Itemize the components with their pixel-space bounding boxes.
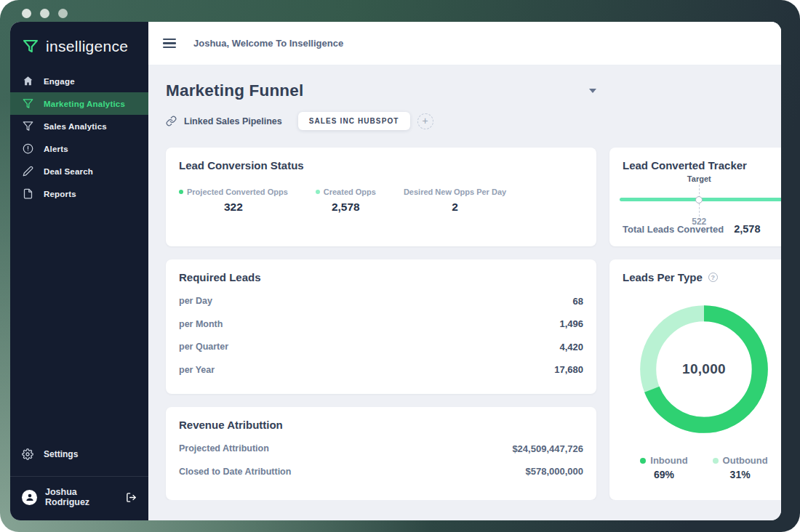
hamburger-menu-icon[interactable] <box>163 39 176 48</box>
sidebar-item-alerts[interactable]: Alerts <box>10 137 148 160</box>
table-row: per Month 1,496 <box>179 318 583 329</box>
alert-circle-icon <box>22 143 33 155</box>
sidebar-item-sales-analytics[interactable]: Sales Analytics <box>10 115 148 137</box>
main-area: Joshua, Welcome To Inselligence Marketin… <box>148 22 781 520</box>
page-title: Marketing Funnel <box>166 81 303 100</box>
stat-value: 2,578 <box>316 201 376 214</box>
card-title: Lead Converted Tracker <box>623 159 781 172</box>
table-row: Projected Attribution $24,509,447,726 <box>179 443 583 454</box>
card-title: Required Leads <box>179 271 583 283</box>
stat-value: 2 <box>404 201 506 214</box>
gear-icon <box>22 448 33 460</box>
chevron-down-icon[interactable] <box>589 89 596 93</box>
leads-per-type-card: Leads Per Type ? 10,000 I <box>609 259 781 500</box>
sidebar-item-engage[interactable]: Engage <box>10 70 148 92</box>
window-control-dot <box>40 9 49 18</box>
linked-pipelines-label: Linked Sales Pipelines <box>184 116 282 126</box>
table-row: Closed to Date Atributtion $578,000,000 <box>179 466 583 477</box>
funnel-icon <box>22 98 33 110</box>
brand-name: inselligence <box>46 38 128 55</box>
required-leads-card: Required Leads per Day 68 per Month 1,49… <box>166 259 596 394</box>
sidebar-item-marketing-analytics[interactable]: Marketing Analytics <box>10 92 148 115</box>
stat-created-opps: Created Opps 2,578 <box>316 188 376 214</box>
settings-label: Settings <box>44 449 78 459</box>
window-control-dot <box>22 9 31 18</box>
logout-icon[interactable] <box>126 492 137 503</box>
dashboard-grid: Lead Conversion Status Projected Convert… <box>166 148 781 500</box>
stat-projected-converted-opps: Projected Converted Opps 322 <box>179 188 288 214</box>
pipeline-badge[interactable]: SALES INC HUBSPOT <box>298 112 410 130</box>
revenue-attribution-card: Revenue Atributtion Projected Attributio… <box>166 407 596 500</box>
lead-converted-tracker-card: Lead Converted Tracker Target 522 Total … <box>609 148 781 246</box>
user-name: Joshua Rodriguez <box>45 487 118 507</box>
topbar: Joshua, Welcome To Inselligence <box>148 22 781 65</box>
legend-item-outbound: Outbound 31% <box>713 455 768 480</box>
target-value: 522 <box>692 217 706 227</box>
card-title: Lead Conversion Status <box>179 159 583 172</box>
window-control-dot <box>58 9 68 18</box>
legend-dot <box>640 458 646 464</box>
sidebar-item-deal-search[interactable]: Deal Search <box>10 160 148 182</box>
inselligence-funnel-logo-icon <box>22 38 39 55</box>
total-leads-converted-label: Total Leads Converted <box>623 224 724 235</box>
stat-value: 322 <box>179 201 288 214</box>
sidebar-item-reports[interactable]: Reports <box>10 182 148 205</box>
add-pipeline-button[interactable]: + <box>417 113 433 129</box>
page-content: Marketing Funnel Linked Sales Pipelines … <box>148 65 781 500</box>
user-avatar-icon <box>22 490 37 505</box>
home-icon <box>22 76 33 87</box>
welcome-message: Joshua, Welcome To Inselligence <box>193 38 343 49</box>
card-title: Revenue Atributtion <box>179 419 583 431</box>
legend-dot <box>713 458 719 464</box>
legend-item-inbound: Inbound 69% <box>640 455 687 480</box>
card-title: Leads Per Type <box>623 271 703 283</box>
sidebar-nav: Engage Marketing Analytics Sales Analyti… <box>10 70 148 205</box>
donut-chart: 10,000 <box>634 299 774 439</box>
document-icon <box>22 188 33 200</box>
target-tracker: Target 522 <box>623 173 781 222</box>
chart-legend: Inbound 69% Outbound 31% <box>623 455 781 480</box>
legend-dot <box>179 190 183 194</box>
window-controls <box>22 9 68 18</box>
pencil-icon <box>22 166 33 177</box>
browser-frame: inselligence Engage Marketing Analytics <box>0 0 800 532</box>
table-row: per Year 17,680 <box>179 364 583 375</box>
link-icon <box>166 116 177 126</box>
donut-center-value: 10,000 <box>634 299 774 439</box>
lead-conversion-status-card: Lead Conversion Status Projected Convert… <box>166 148 596 246</box>
funnel-icon <box>22 121 33 132</box>
stat-desired-new-opps: Desired New Opps Per Day 2 <box>404 188 506 214</box>
target-label: Target <box>687 174 711 183</box>
help-icon[interactable]: ? <box>708 273 718 282</box>
sidebar-item-settings[interactable]: Settings <box>10 441 148 467</box>
sidebar: inselligence Engage Marketing Analytics <box>10 22 148 520</box>
table-row: per Day 68 <box>179 296 583 307</box>
linked-pipelines-row: Linked Sales Pipelines SALES INC HUBSPOT… <box>166 112 781 130</box>
app-window: inselligence Engage Marketing Analytics <box>10 22 781 520</box>
total-leads-converted-value: 2,578 <box>734 223 760 235</box>
user-profile[interactable]: Joshua Rodriguez <box>10 477 148 520</box>
legend-dot <box>316 190 320 194</box>
brand-logo: inselligence <box>10 22 148 70</box>
table-row: per Quarter 4,420 <box>179 342 583 352</box>
tracker-target-knob[interactable] <box>695 196 703 203</box>
